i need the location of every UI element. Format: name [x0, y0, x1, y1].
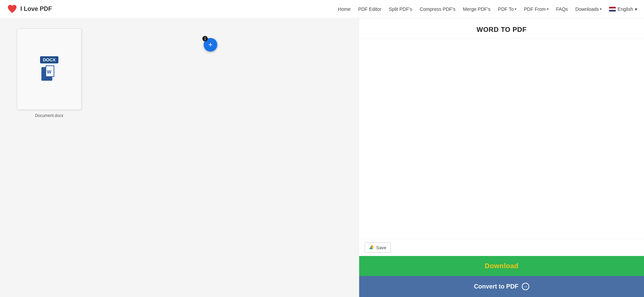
- nav-pdf-editor[interactable]: PDF Editor: [358, 6, 381, 12]
- file-count-badge: 1: [202, 36, 208, 41]
- right-panel: WORD TO PDF Save Download Convert to PDF: [359, 18, 644, 297]
- nav-compress-pdfs[interactable]: Compress PDF's: [420, 6, 455, 12]
- file-card[interactable]: DOCX W: [17, 28, 81, 110]
- convert-arrow-icon: →: [522, 283, 529, 290]
- file-card-wrapper: DOCX W Document.docx: [17, 28, 81, 118]
- nav-home[interactable]: Home: [338, 6, 351, 12]
- main-nav: Home PDF Editor Split PDF's Compress PDF…: [338, 6, 637, 12]
- nav-faqs[interactable]: FAQs: [556, 6, 568, 12]
- nav-language[interactable]: English ▾: [609, 6, 637, 12]
- header: I Love PDF Home PDF Editor Split PDF's C…: [0, 0, 644, 18]
- logo-text: I Love PDF: [20, 5, 52, 13]
- main-container: DOCX W Document.docx 1 + WORD TO PDF: [0, 18, 644, 297]
- logo[interactable]: I Love PDF: [7, 4, 52, 15]
- word-file-icon: W: [41, 65, 58, 82]
- page-title: WORD TO PDF: [359, 18, 644, 39]
- nav-split-pdfs[interactable]: Split PDF's: [389, 6, 412, 12]
- svg-text:W: W: [47, 69, 52, 75]
- pdf-to-caret-icon: ▾: [515, 7, 516, 11]
- language-caret-icon: ▾: [635, 6, 637, 12]
- nav-downloads[interactable]: Downloads ▾: [575, 6, 602, 12]
- add-file-button[interactable]: 1 +: [204, 38, 217, 52]
- right-panel-footer: Save: [359, 239, 644, 256]
- docx-badge: DOCX: [40, 56, 58, 63]
- save-button[interactable]: Save: [365, 242, 391, 253]
- file-name: Document.docx: [35, 113, 63, 118]
- nav-merge-pdfs[interactable]: Merge PDF's: [463, 6, 491, 12]
- right-panel-content: [359, 39, 644, 239]
- flag-icon: [609, 7, 616, 12]
- logo-heart-icon: [7, 4, 18, 15]
- nav-pdf-to[interactable]: PDF To ▾: [498, 6, 516, 12]
- download-button[interactable]: Download: [359, 256, 644, 276]
- svg-marker-8: [371, 245, 374, 246]
- downloads-caret-icon: ▾: [600, 7, 602, 11]
- convert-button[interactable]: Convert to PDF →: [359, 276, 644, 297]
- plus-icon: +: [208, 41, 213, 48]
- google-drive-icon: [369, 245, 374, 250]
- nav-pdf-from[interactable]: PDF From ▾: [524, 6, 549, 12]
- left-panel: DOCX W Document.docx 1 +: [0, 18, 359, 297]
- pdf-from-caret-icon: ▾: [547, 7, 549, 11]
